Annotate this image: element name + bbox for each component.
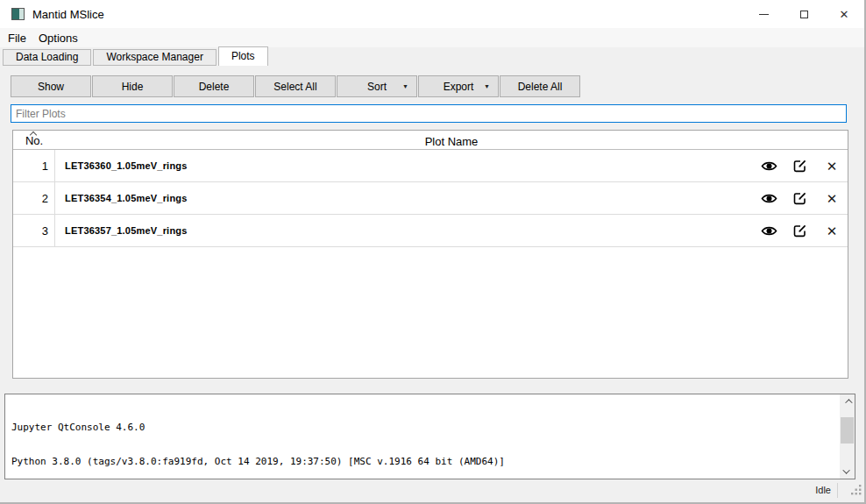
- minimize-button[interactable]: [743, 0, 784, 28]
- column-header-no-label: No.: [13, 134, 55, 147]
- console-line: Python 3.8.0 (tags/v3.8.0:fa919fd, Oct 1…: [11, 456, 834, 467]
- chevron-down-icon: [842, 466, 849, 473]
- plots-table: No. Plot Name 1 LET36360_1.05meV_rings ✕…: [12, 130, 848, 379]
- menu-item-file[interactable]: File: [2, 30, 32, 46]
- maximize-icon: [800, 11, 808, 18]
- row-actions: ✕: [760, 150, 841, 181]
- filter-plots-input[interactable]: [11, 104, 847, 123]
- show-button-label: Show: [38, 81, 64, 93]
- chevron-down-icon: ▼: [402, 83, 408, 89]
- column-header-no[interactable]: No.: [13, 131, 55, 149]
- column-header-plot-name[interactable]: Plot Name: [55, 131, 848, 149]
- column-header-plot-name-label: Plot Name: [425, 135, 479, 148]
- status-separator: [837, 483, 838, 498]
- menu-item-options[interactable]: Options: [32, 30, 84, 46]
- row-number: 2: [13, 182, 55, 214]
- scroll-down-button[interactable]: [840, 465, 855, 479]
- edit-icon[interactable]: [791, 157, 809, 174]
- status-badge: Idle: [815, 485, 831, 495]
- chevron-up-icon: [845, 399, 852, 406]
- tab-bar: Data Loading Workspace Manager Plots: [0, 47, 864, 66]
- maximize-button[interactable]: [784, 0, 824, 28]
- console-output: Jupyter QtConsole 4.6.0 Python 3.8.0 (ta…: [5, 394, 840, 479]
- export-button[interactable]: Export▼: [418, 75, 499, 97]
- close-icon[interactable]: ✕: [823, 222, 841, 239]
- close-icon[interactable]: ✕: [823, 189, 841, 207]
- edit-icon[interactable]: [791, 189, 809, 207]
- scrollbar-thumb[interactable]: [841, 417, 854, 444]
- row-number: 1: [13, 150, 55, 181]
- app-window: Mantid MSlice ✕ File Options Data Loadin…: [0, 0, 866, 504]
- plots-toolbar: Show Hide Delete Select All Sort▼ Export…: [11, 75, 580, 97]
- tab-workspace-manager[interactable]: Workspace Manager: [93, 49, 216, 66]
- table-row[interactable]: 2 LET36354_1.05meV_rings ✕: [13, 182, 848, 215]
- row-actions: ✕: [760, 215, 841, 246]
- delete-button[interactable]: Delete: [174, 75, 254, 97]
- chevron-down-icon: ▼: [484, 83, 490, 89]
- minimize-icon: [759, 14, 769, 15]
- ipython-console[interactable]: Jupyter QtConsole 4.6.0 Python 3.8.0 (ta…: [4, 394, 855, 479]
- vertical-scrollbar[interactable]: [840, 394, 855, 479]
- eye-icon[interactable]: [760, 157, 777, 174]
- tab-data-loading[interactable]: Data Loading: [3, 49, 91, 66]
- sort-button-label: Sort: [367, 81, 387, 93]
- tab-plots[interactable]: Plots: [218, 46, 268, 66]
- plot-name: LET36357_1.05meV_rings: [55, 215, 734, 246]
- table-row[interactable]: 3 LET36357_1.05meV_rings ✕: [13, 215, 848, 247]
- edit-icon[interactable]: [791, 222, 809, 239]
- row-actions: ✕: [760, 182, 841, 214]
- window-controls: ✕: [743, 0, 864, 28]
- menu-bar: File Options: [0, 28, 864, 47]
- eye-icon[interactable]: [760, 222, 777, 239]
- delete-all-button[interactable]: Delete All: [500, 75, 580, 97]
- hide-button[interactable]: Hide: [92, 75, 173, 97]
- scroll-up-button[interactable]: [840, 394, 855, 408]
- select-all-button-label: Select All: [273, 81, 316, 93]
- delete-all-button-label: Delete All: [518, 81, 563, 93]
- select-all-button[interactable]: Select All: [255, 75, 336, 97]
- row-number: 3: [13, 215, 55, 246]
- show-button[interactable]: Show: [11, 75, 91, 97]
- export-button-label: Export: [444, 81, 474, 93]
- table-header: No. Plot Name: [13, 131, 848, 150]
- close-icon: ✕: [840, 9, 849, 20]
- resize-grip-icon[interactable]: [851, 483, 862, 499]
- app-logo-icon: [11, 8, 25, 20]
- eye-icon[interactable]: [760, 189, 777, 207]
- close-button[interactable]: ✕: [824, 0, 864, 28]
- delete-button-label: Delete: [199, 81, 230, 93]
- table-row[interactable]: 1 LET36360_1.05meV_rings ✕: [13, 150, 848, 182]
- sort-button[interactable]: Sort▼: [337, 75, 417, 97]
- status-bar: Idle: [0, 480, 864, 502]
- console-line: Jupyter QtConsole 4.6.0: [11, 422, 834, 433]
- window-title: Mantid MSlice: [32, 8, 104, 21]
- hide-button-label: Hide: [122, 81, 144, 93]
- close-icon[interactable]: ✕: [823, 157, 841, 174]
- title-bar: Mantid MSlice ✕: [0, 0, 864, 28]
- plot-name: LET36360_1.05meV_rings: [55, 150, 734, 181]
- plot-name: LET36354_1.05meV_rings: [55, 182, 734, 214]
